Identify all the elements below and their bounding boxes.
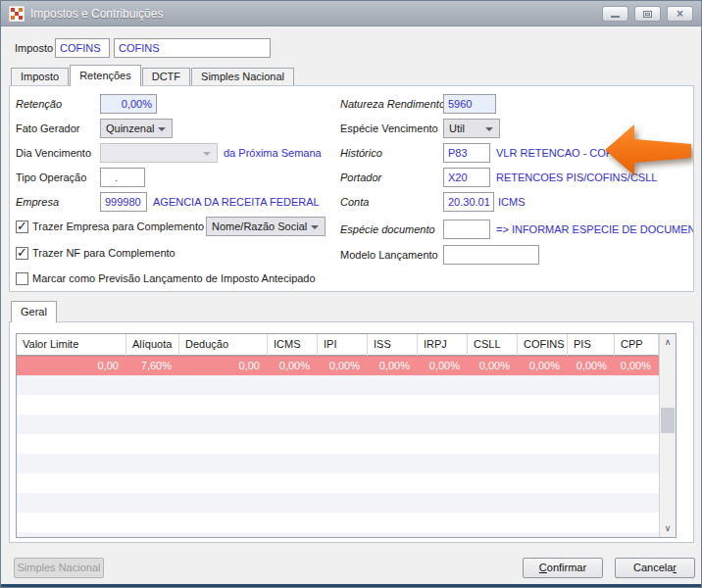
especie-vencimento-label: Espécie Vencimento — [340, 119, 438, 138]
minimize-icon — [611, 16, 620, 18]
dia-vencimento-select — [100, 143, 218, 163]
table-row-empty — [17, 415, 676, 434]
table-cell: 7,60% — [126, 357, 179, 376]
portador-field[interactable]: X20 — [443, 168, 490, 187]
retencao-field[interactable]: 0,00% — [100, 94, 157, 114]
grid-content: Valor LimiteAlíquotaDeduçãoICMSIPIISSIRP… — [17, 334, 676, 538]
retencao-label: Retenção — [16, 94, 62, 114]
retencoes-panel: Retenção 0,00% Fato Gerador Quinzenal Di… — [9, 85, 694, 292]
conta-description: ICMS — [498, 192, 526, 212]
empresa-label: Empresa — [16, 192, 59, 212]
table-row-empty — [17, 473, 676, 493]
maximize-icon — [643, 11, 652, 18]
table-cell: 0,00% — [418, 357, 468, 376]
maximize-button[interactable] — [634, 6, 661, 22]
scroll-up-icon[interactable]: ∧ — [660, 334, 676, 351]
imposto-name-field[interactable]: COFINS — [114, 38, 271, 58]
table-row-empty — [17, 532, 676, 538]
checkbox-label: Trazer NF para Complemento — [32, 247, 176, 259]
scroll-down-icon[interactable]: ∨ — [660, 520, 676, 537]
modelo-lancamento-label: Modelo Lançamento — [340, 245, 438, 265]
table-row-empty — [17, 493, 676, 513]
checkbox-previsao-antecipado[interactable]: Marcar como Previsão Lançamento de Impos… — [16, 269, 316, 288]
conta-field[interactable]: 20.30.01 — [443, 192, 494, 212]
table-row-empty — [17, 375, 676, 395]
grid-header-row: Valor LimiteAlíquotaDeduçãoICMSIPIISSIRP… — [17, 334, 676, 356]
annotation-arrow-icon — [603, 122, 693, 179]
chevron-down-icon — [203, 152, 211, 156]
especie-documento-field[interactable] — [443, 220, 490, 239]
chevron-down-icon — [311, 225, 319, 229]
tipo-operacao-field[interactable]: . — [100, 168, 145, 187]
checkbox-trazer-nf[interactable]: ✓ Trazer NF para Complemento — [16, 243, 176, 263]
modelo-lancamento-field[interactable] — [443, 245, 539, 265]
tab-imposto[interactable]: Imposto — [11, 68, 69, 85]
table-cell: 0,00% — [368, 357, 418, 376]
checkbox-label: Trazer Empresa para Complemento — [32, 220, 204, 232]
tab-retencoes[interactable]: Retenções — [70, 65, 141, 86]
checkbox-trazer-empresa[interactable]: ✓ Trazer Empresa para Complemento — [16, 217, 204, 236]
tab-dctf[interactable]: DCTF — [142, 68, 190, 85]
tab-geral[interactable]: Geral — [11, 301, 57, 322]
tipo-operacao-label: Tipo Operação — [16, 168, 86, 187]
table-cell: 0,00% — [615, 357, 659, 376]
titlebar[interactable]: Impostos e Contribuições — [1, 1, 701, 26]
table-cell: 0,00% — [268, 357, 318, 376]
table-row-empty — [17, 454, 676, 473]
fato-gerador-select[interactable]: Quinzenal — [100, 119, 173, 138]
close-icon: × — [677, 8, 683, 20]
dia-vencimento-suffix: da Próxima Semana — [224, 143, 322, 163]
impostos-window: Impostos e Contribuições × Imposto COFIN… — [0, 0, 702, 588]
natureza-rendimento-label: Natureza Rendimento — [340, 94, 445, 114]
column-header: COFINS — [518, 334, 568, 356]
column-header: CSLL — [468, 334, 518, 356]
check-icon: ✓ — [17, 219, 27, 233]
vertical-scrollbar[interactable]: ∧ ∨ — [659, 334, 676, 537]
chevron-down-icon — [158, 127, 166, 131]
natureza-rendimento-field[interactable]: 5960 — [443, 94, 496, 114]
checkbox-box[interactable]: ✓ — [16, 247, 28, 260]
cancelar-button[interactable]: Cancelar — [615, 558, 695, 578]
column-header: ICMS — [268, 334, 318, 356]
chevron-down-icon — [485, 127, 493, 131]
grid: Valor LimiteAlíquotaDeduçãoICMSIPIISSIRP… — [16, 333, 677, 538]
tab-simples-nacional[interactable]: Simples Nacional — [191, 68, 294, 85]
app-icon — [9, 6, 25, 22]
imposto-code-field[interactable]: COFINS — [55, 38, 110, 58]
column-header: ISS — [368, 334, 418, 356]
empresa-field[interactable]: 999980 — [100, 192, 147, 212]
table-cell: 0,00% — [468, 357, 518, 376]
column-header: PIS — [568, 334, 615, 356]
column-header: IRPJ — [418, 334, 468, 356]
table-row-empty — [17, 395, 676, 415]
imposto-label: Imposto — [15, 38, 53, 58]
checkbox-label: Marcar como Previsão Lançamento de Impos… — [32, 272, 316, 284]
checkbox-box[interactable]: ✓ — [16, 220, 28, 233]
checkbox-box[interactable] — [16, 272, 28, 285]
table-row-empty — [17, 434, 676, 454]
geral-panel: Valor LimiteAlíquotaDeduçãoICMSIPIISSIRP… — [9, 321, 694, 543]
empresa-description: AGENCIA DA RECEITA FEDERAL — [153, 192, 320, 212]
table-cell: 0,00% — [518, 357, 568, 376]
scrollbar-thumb[interactable] — [661, 408, 675, 433]
historico-field[interactable]: P83 — [443, 143, 490, 163]
fato-gerador-label: Fato Gerador — [16, 119, 79, 138]
close-button[interactable]: × — [667, 6, 693, 22]
portador-label: Portador — [340, 168, 381, 187]
table-cell: 0,00 — [179, 357, 268, 376]
minimize-button[interactable] — [602, 6, 628, 22]
check-icon: ✓ — [17, 245, 27, 260]
table-cell: 0,00% — [568, 357, 615, 376]
column-header: Valor Limite — [17, 334, 126, 356]
column-header: CPP — [615, 334, 659, 356]
simples-nacional-button: Simples Nacional — [14, 558, 104, 578]
historico-label: Histórico — [340, 143, 382, 163]
especie-vencimento-select[interactable]: Util — [443, 119, 500, 138]
confirmar-button[interactable]: Confirmar — [523, 558, 603, 578]
especie-documento-description: => INFORMAR ESPECIE DE DOCUMENTO — [496, 220, 694, 239]
complemento-select[interactable]: Nome/Razão Social — [206, 217, 326, 236]
column-header: Dedução — [179, 334, 268, 356]
table-row[interactable]: 0,007,60%0,000,00%0,00%0,00%0,00%0,00%0,… — [17, 356, 676, 375]
window-title: Impostos e Contribuições — [30, 7, 163, 21]
dia-vencimento-label: Dia Vencimento — [16, 143, 91, 163]
